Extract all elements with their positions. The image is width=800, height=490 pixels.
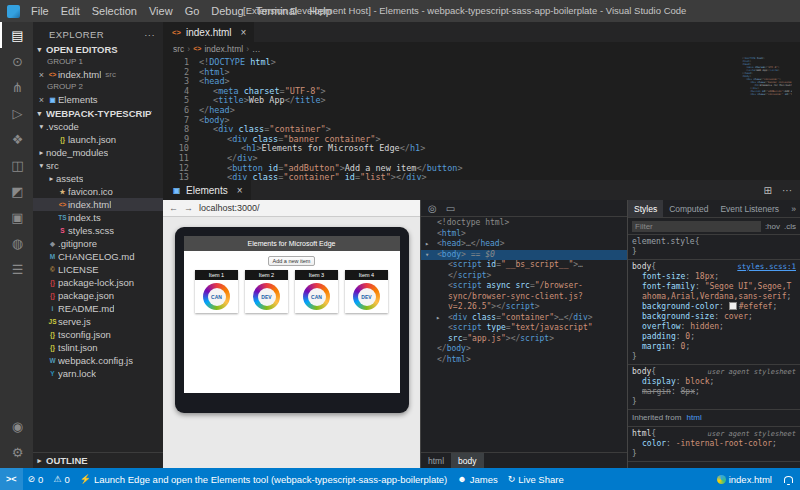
dom-node[interactable]: ▾<body> == $0 xyxy=(421,250,627,261)
style-property[interactable]: margin: 0; xyxy=(632,342,796,352)
open-editor-index.html[interactable]: ×<>index.htmlsrc xyxy=(33,68,163,81)
tree-item-index.ts[interactable]: TSindex.ts xyxy=(33,211,163,224)
status-live-share[interactable]: ↻Live Share xyxy=(503,468,569,490)
tree-item-styles.scss[interactable]: Sstyles.scss xyxy=(33,224,163,237)
search-icon[interactable]: ⊙ xyxy=(0,48,33,74)
style-property[interactable]: color: -internal-root-color; xyxy=(632,439,796,449)
dom-node[interactable]: ▸<head>…</head> xyxy=(421,239,627,250)
breadcrumb-item[interactable]: … xyxy=(252,44,261,54)
tree-item-.gitignore[interactable]: ◆.gitignore xyxy=(33,237,163,250)
chevron-right-icon[interactable]: ▸ xyxy=(436,313,440,324)
dom-node[interactable]: <html> xyxy=(421,229,627,240)
account-icon[interactable]: ◉ xyxy=(0,413,33,439)
tab-event-listeners[interactable]: Event Listeners xyxy=(714,200,785,217)
crumb-body[interactable]: body xyxy=(451,453,483,468)
tree-item-.vscode[interactable]: ▾.vscode xyxy=(33,120,163,133)
device-emulation-icon[interactable]: ▭ xyxy=(446,203,455,214)
chevron-right-icon[interactable]: ▸ xyxy=(425,239,429,250)
docker-icon[interactable]: ◫ xyxy=(0,152,33,178)
menu-edit[interactable]: Edit xyxy=(55,5,86,17)
close-icon[interactable]: × xyxy=(237,185,243,196)
status-remote-indicator[interactable]: >< xyxy=(0,468,23,490)
dom-node[interactable]: ▸<div class="container">…</div> xyxy=(421,313,627,324)
edge-devtools-icon[interactable]: ◍ xyxy=(0,230,33,256)
style-property[interactable]: background-size: cover; xyxy=(632,312,796,322)
inherited-link[interactable]: html xyxy=(687,413,702,422)
tree-item-index.html[interactable]: <>index.html xyxy=(33,198,163,211)
code-line[interactable]: <title>Web App</title> xyxy=(199,96,740,106)
tree-item-package.json[interactable]: {}package.json xyxy=(33,289,163,302)
split-editor-icon[interactable]: ⊞ xyxy=(764,185,772,196)
tree-item-assets[interactable]: ▸assets xyxy=(33,172,163,185)
breadcrumb-item[interactable]: src xyxy=(173,44,184,54)
status-launch-edge-elements[interactable]: ⚡Launch Edge and open the Elements tool … xyxy=(75,468,453,490)
open-editors-section-header[interactable]: ▾ OPEN EDITORS xyxy=(33,42,163,56)
menu-go[interactable]: Go xyxy=(179,5,206,17)
toggle-hov[interactable]: :hov xyxy=(765,222,780,231)
tree-item-launch.json[interactable]: {}launch.json xyxy=(33,133,163,146)
status-notifications[interactable] xyxy=(777,468,800,490)
tab-index-html[interactable]: <> index.html × xyxy=(163,22,255,42)
tree-item-node_modules[interactable]: ▸node_modules xyxy=(33,146,163,159)
dom-node[interactable]: </html> xyxy=(421,355,627,366)
close-icon[interactable]: × xyxy=(241,27,247,38)
remote-explorer-icon[interactable]: ▣ xyxy=(0,204,33,230)
project-section-header[interactable]: ▾ WEBPACK-TYPESCRIPT-SASS-APP-BOILERP... xyxy=(33,106,163,120)
close-icon[interactable]: × xyxy=(36,70,47,80)
tree-item-src[interactable]: ▾src xyxy=(33,159,163,172)
style-property[interactable]: margin: 8px; xyxy=(632,387,796,397)
tree-item-tslint.json[interactable]: {}tslint.json xyxy=(33,341,163,354)
minimap[interactable]: <!DOCTYPE html><html><head><meta charset… xyxy=(742,57,792,96)
code-line[interactable]: <html> xyxy=(199,68,740,78)
dom-node[interactable]: <!doctype html> xyxy=(421,218,627,229)
close-icon[interactable]: × xyxy=(36,95,47,105)
menu-selection[interactable]: Selection xyxy=(86,5,143,17)
dom-node[interactable]: <script id="__bs_script__">…</script> xyxy=(421,260,627,281)
status-account-james[interactable]: ☻James xyxy=(452,468,502,490)
live-share-icon[interactable]: ◩ xyxy=(0,178,33,204)
menu-file[interactable]: File xyxy=(25,5,55,17)
dom-node[interactable]: <script type="text/javascript" src="app.… xyxy=(421,323,627,344)
back-icon[interactable]: ← xyxy=(169,203,178,213)
styles-filter-input[interactable] xyxy=(632,221,761,232)
tree-item-webpack.config.js[interactable]: Wwebpack.config.js xyxy=(33,354,163,367)
chevron-down-icon[interactable]: ▾ xyxy=(425,250,429,261)
status-warnings[interactable]: ⚠0 xyxy=(48,468,74,490)
dom-node[interactable]: </body> xyxy=(421,344,627,355)
menu-view[interactable]: View xyxy=(143,5,179,17)
explorer-icon[interactable]: ▤ xyxy=(0,22,33,48)
settings-gear-icon[interactable]: ⚙ xyxy=(0,439,33,465)
tree-item-tsconfig.json[interactable]: {}tsconfig.json xyxy=(33,328,163,341)
outline-section-header[interactable]: ▸ OUTLINE xyxy=(33,452,163,468)
source-control-icon[interactable]: ⋔ xyxy=(0,74,33,100)
forward-icon[interactable]: → xyxy=(184,203,193,213)
run-debug-icon[interactable]: ▷ xyxy=(0,100,33,126)
tab-elements[interactable]: ▣ Elements × xyxy=(163,180,252,200)
tree-item-favicon.ico[interactable]: ★favicon.ico xyxy=(33,185,163,198)
breadcrumb-item[interactable]: index.html xyxy=(204,44,243,54)
code-line[interactable]: <h1>Elements for Microsoft Edge</h1> xyxy=(199,144,740,154)
add-item-button[interactable]: Add a new item xyxy=(268,256,316,266)
tree-item-LICENSE[interactable]: ©LICENSE xyxy=(33,263,163,276)
style-property[interactable]: background-color: #efefef; xyxy=(632,302,796,312)
tree-item-package-lock.json[interactable]: {}package-lock.json xyxy=(33,276,163,289)
tab-computed[interactable]: Computed xyxy=(663,200,714,217)
tab-styles[interactable]: Styles xyxy=(628,200,663,217)
style-property[interactable]: font-size: 18px; xyxy=(632,272,796,282)
more-actions-icon[interactable]: ··· xyxy=(144,29,155,40)
crumb-html[interactable]: html xyxy=(421,453,451,468)
status-errors[interactable]: ⊘0 xyxy=(23,468,49,490)
url-text[interactable]: localhost:3000/ xyxy=(199,203,260,213)
status-active-file-edge[interactable]: index.html xyxy=(712,468,777,490)
tree-item-yarn.lock[interactable]: Yyarn.lock xyxy=(33,367,163,380)
toggle-cls[interactable]: .cls xyxy=(784,222,796,231)
extensions-icon[interactable]: ❖ xyxy=(0,126,33,152)
tree-item-README.md[interactable]: iREADME.md xyxy=(33,302,163,315)
code-line[interactable]: </head> xyxy=(199,106,740,116)
style-property[interactable]: overflow: hidden; xyxy=(632,322,796,332)
code-editor[interactable]: 12345678910111213 <!DOCTYPE html><html><… xyxy=(163,55,800,180)
style-property[interactable]: display: block; xyxy=(632,377,796,387)
more-actions-icon[interactable]: ··· xyxy=(782,185,792,196)
dom-node[interactable]: <script async src="/browser-sync/browser… xyxy=(421,281,627,313)
tree-item-CHANGELOG.md[interactable]: MCHANGELOG.md xyxy=(33,250,163,263)
